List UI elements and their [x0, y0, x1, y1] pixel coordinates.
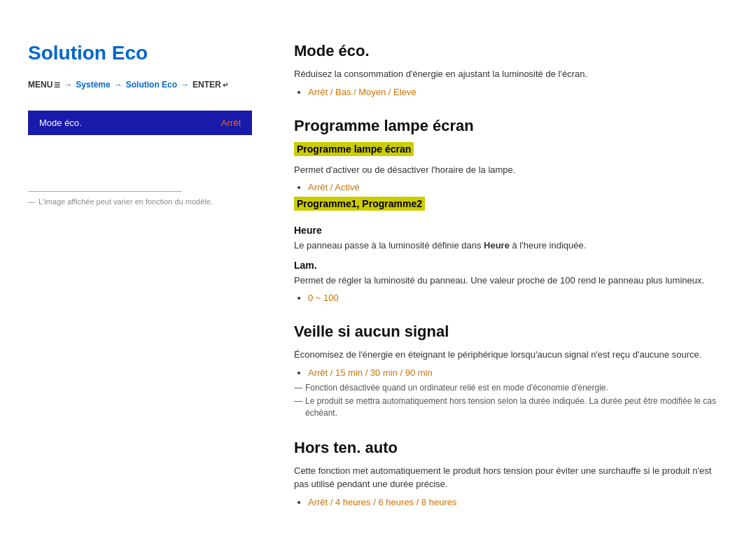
menu-item-value: Arrêt: [221, 118, 241, 128]
veille-title: Veille si aucun signal: [294, 323, 728, 341]
section-veille: Veille si aucun signal Économisez de l'é…: [294, 323, 728, 419]
breadcrumb-system: Système: [76, 80, 110, 90]
left-column: Solution Eco MENU ☰ → Système → Solution…: [28, 42, 252, 527]
hors-ten-title: Hors ten. auto: [294, 439, 728, 457]
programme-lampe-option: Arrêt / Activé: [308, 182, 728, 192]
mode-eco-title: Mode éco.: [294, 42, 728, 60]
section-mode-eco: Mode éco. Réduisez la consommation d'éne…: [294, 42, 728, 97]
right-column: Mode éco. Réduisez la consommation d'éne…: [280, 42, 728, 527]
page-title: Solution Eco: [28, 42, 252, 64]
mode-eco-option: Arrêt / Bas / Moyen / Elevé: [308, 87, 728, 97]
lam-options-list: 0 ~ 100: [294, 293, 728, 303]
menu-item-label: Mode éco.: [39, 118, 82, 128]
menu-icon: ☰: [54, 81, 60, 89]
enter-icon: ↵: [223, 81, 228, 89]
programme-lampe-option-text: Arrêt / Activé: [308, 182, 360, 192]
note2-dash: —: [294, 395, 302, 407]
arrow-3: →: [181, 80, 189, 90]
section-programme-lampe: Programme lampe écran Programme lampe éc…: [294, 117, 728, 304]
breadcrumb-enter: ENTER: [192, 80, 221, 90]
heure-bold: Heure: [484, 240, 510, 251]
mode-eco-options-list: Arrêt / Bas / Moyen / Elevé: [294, 87, 728, 97]
note2-text: Le produit se mettra automatiquement hor…: [305, 395, 728, 419]
programme12-highlight: Programme1, Programme2: [294, 197, 425, 211]
footnote-dash: —: [28, 197, 36, 206]
lam-option: 0 ~ 100: [308, 293, 728, 303]
note1-dash: —: [294, 382, 302, 394]
section-hors-ten: Hors ten. auto Cette fonction met automa…: [294, 439, 728, 507]
breadcrumb-solution-eco: Solution Eco: [126, 80, 177, 90]
veille-note1: — Fonction désactivée quand un ordinateu…: [294, 382, 728, 394]
hors-ten-option: Arrêt / 4 heures / 6 heures / 8 heures: [308, 497, 728, 507]
arrow-2: →: [114, 80, 122, 90]
mode-eco-option-text: Arrêt / Bas / Moyen / Elevé: [308, 87, 416, 97]
veille-desc: Économisez de l'énergie en éteignant le …: [294, 348, 728, 362]
heure-desc-after: à l'heure indiquée.: [510, 240, 586, 251]
programme-lampe-highlight: Programme lampe écran: [294, 142, 414, 156]
menu-panel: Mode éco. Arrêt: [28, 111, 252, 135]
page-container: Solution Eco MENU ☰ → Système → Solution…: [0, 0, 756, 534]
veille-option-text: Arrêt / 15 min / 30 min / 90 min: [308, 367, 433, 378]
programme-lampe-title: Programme lampe écran: [294, 117, 728, 135]
footnote: — L'image affichée peut varier en foncti…: [28, 197, 252, 206]
veille-note2: — Le produit se mettra automatiquement h…: [294, 395, 728, 419]
heure-desc-before: Le panneau passe à la luminosité définie…: [294, 240, 484, 251]
footnote-text: L'image affichée peut varier en fonction…: [38, 197, 213, 206]
hors-ten-option-text: Arrêt / 4 heures / 6 heures / 8 heures: [308, 497, 456, 507]
note1-text: Fonction désactivée quand un ordinateur …: [305, 382, 608, 394]
heure-title: Heure: [294, 225, 728, 236]
lam-option-text: 0 ~ 100: [308, 293, 339, 303]
hors-ten-options-list: Arrêt / 4 heures / 6 heures / 8 heures: [294, 497, 728, 507]
programme-lampe-desc: Permet d'activer ou de désactiver l'hora…: [294, 163, 728, 177]
programme-lampe-options-list: Arrêt / Activé: [294, 182, 728, 192]
divider-line: [28, 191, 182, 192]
lam-desc: Permet de régler la luminosité du pannea…: [294, 274, 728, 288]
mode-eco-desc: Réduisez la consommation d'énergie en aj…: [294, 67, 728, 81]
heure-desc: Le panneau passe à la luminosité définie…: [294, 239, 728, 253]
veille-option: Arrêt / 15 min / 30 min / 90 min: [308, 367, 728, 378]
lam-title: Lam.: [294, 260, 728, 271]
arrow-1: →: [64, 80, 72, 90]
hors-ten-desc: Cette fonction met automatiquement le pr…: [294, 464, 728, 491]
veille-options-list: Arrêt / 15 min / 30 min / 90 min: [294, 367, 728, 378]
menu-label: MENU: [28, 80, 52, 90]
breadcrumb: MENU ☰ → Système → Solution Eco → ENTER …: [28, 80, 252, 90]
